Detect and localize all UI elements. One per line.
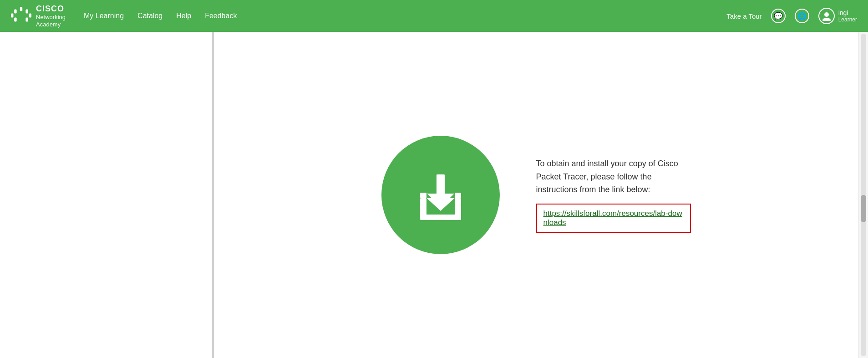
academy-text: NetworkingAcademy xyxy=(36,14,66,28)
main-content: To obtain and install your copy of Cisco… xyxy=(0,32,868,358)
user-role: Learner xyxy=(838,16,857,23)
nav-my-learning[interactable]: My Learning xyxy=(84,12,124,20)
globe-icon[interactable]: 🌐 xyxy=(795,9,809,23)
resource-link-box: https://skillsforall.com/resources/lab-d… xyxy=(536,204,691,233)
nav-right: Take a Tour 💬 🌐 ingi Learner xyxy=(726,8,857,24)
content-inner: To obtain and install your copy of Cisco… xyxy=(381,136,691,254)
brand-name: CISCO NetworkingAcademy xyxy=(36,4,66,28)
take-tour-link[interactable]: Take a Tour xyxy=(726,12,761,20)
user-avatar xyxy=(818,8,835,24)
left-panel xyxy=(0,32,59,358)
svg-rect-6 xyxy=(25,18,28,22)
middle-panel xyxy=(59,32,214,358)
svg-rect-11 xyxy=(455,198,461,216)
scrollbar-thumb[interactable] xyxy=(861,195,866,222)
svg-point-8 xyxy=(822,18,831,21)
chat-icon[interactable]: 💬 xyxy=(771,9,786,23)
svg-rect-3 xyxy=(11,14,13,18)
svg-rect-1 xyxy=(14,10,16,14)
download-icon xyxy=(411,165,470,225)
svg-rect-0 xyxy=(20,7,22,11)
scrollbar-track[interactable] xyxy=(861,34,866,356)
user-info: ingi Learner xyxy=(838,9,857,23)
user-name: ingi xyxy=(838,9,857,17)
svg-rect-10 xyxy=(420,198,426,216)
nav-help[interactable]: Help xyxy=(176,12,191,20)
svg-point-7 xyxy=(824,12,829,17)
brand: CISCO NetworkingAcademy xyxy=(11,4,66,28)
svg-rect-5 xyxy=(14,18,16,22)
svg-rect-17 xyxy=(437,174,445,195)
svg-rect-2 xyxy=(25,10,28,14)
scrollbar-panel xyxy=(858,32,868,358)
content-text: To obtain and install your copy of Cisco… xyxy=(536,157,691,233)
svg-rect-12 xyxy=(420,215,461,220)
resource-link[interactable]: https://skillsforall.com/resources/lab-d… xyxy=(543,209,682,227)
cisco-wordmark: CISCO xyxy=(36,4,66,14)
nav-links: My Learning Catalog Help Feedback xyxy=(84,12,726,20)
user-avatar-icon xyxy=(822,11,832,21)
download-icon-circle xyxy=(381,136,500,254)
user-section[interactable]: ingi Learner xyxy=(818,8,857,24)
content-area: To obtain and install your copy of Cisco… xyxy=(214,32,858,358)
nav-feedback[interactable]: Feedback xyxy=(205,12,237,20)
svg-rect-4 xyxy=(29,14,31,18)
navbar: CISCO NetworkingAcademy My Learning Cata… xyxy=(0,0,868,32)
nav-catalog[interactable]: Catalog xyxy=(137,12,162,20)
cisco-logo-icon xyxy=(11,7,31,25)
content-description: To obtain and install your copy of Cisco… xyxy=(536,157,691,196)
